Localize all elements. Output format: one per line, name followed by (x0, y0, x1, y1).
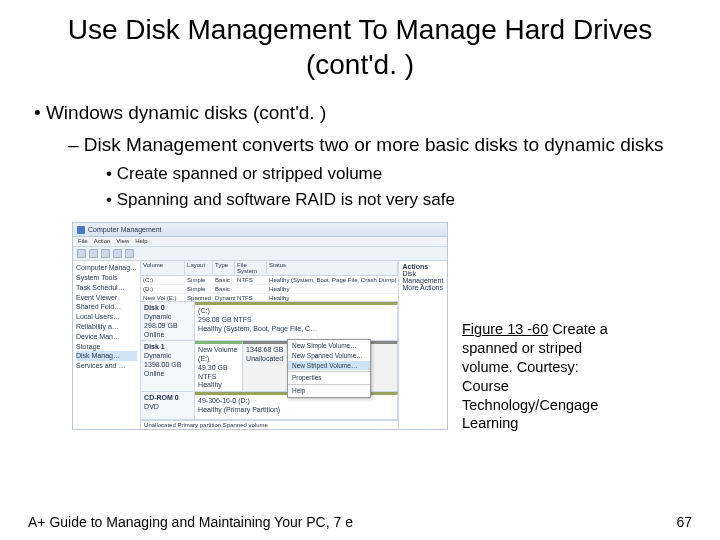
tree-node[interactable]: Services and … (76, 361, 137, 371)
tree-node[interactable]: Reliability a… (76, 322, 137, 332)
tree-node[interactable]: System Tools (76, 273, 137, 283)
table-row[interactable]: (D:) Simple Basic Healthy (141, 285, 398, 294)
tree-node[interactable]: Event Viewer (76, 293, 137, 303)
toolbar-icon[interactable] (77, 249, 86, 258)
menu-item[interactable]: Action (94, 238, 111, 245)
table-row[interactable]: (C:) Simple Basic NTFS Healthy (System, … (141, 276, 398, 285)
toolbar-icon[interactable] (113, 249, 122, 258)
menu-item[interactable]: File (78, 238, 88, 245)
slide-title: Use Disk Management To Manage Hard Drive… (28, 12, 692, 82)
figure-area: Computer Management File Action View Hel… (28, 222, 692, 433)
toolbar-icon[interactable] (89, 249, 98, 258)
menu-item[interactable]: Help (288, 386, 370, 396)
legend: Unallocated Primary partition Spanned vo… (141, 420, 398, 429)
menu-item[interactable]: Properties (288, 373, 370, 383)
bullet-lvl1: Windows dynamic disks (cont'd. ) (34, 100, 692, 126)
volume-list: Volume Layout Type File System Status (C… (141, 261, 398, 302)
menu-separator (288, 371, 370, 372)
bullet-list: Windows dynamic disks (cont'd. ) Disk Ma… (28, 100, 692, 212)
disk-label[interactable]: CD-ROM 0 DVD (141, 392, 195, 419)
table-row[interactable]: New Vol (E:) Spanned Dynamic NTFS Health… (141, 294, 398, 302)
bullet-lvl3: Spanning and software RAID is not very s… (106, 189, 692, 212)
disk-label[interactable]: Disk 0 Dynamic 298.09 GB Online (141, 302, 195, 340)
col[interactable]: Type (213, 261, 235, 275)
window-body: Computer Manag… System Tools Task Schedu… (73, 261, 447, 429)
menu-bar: File Action View Help (73, 237, 447, 247)
menu-item[interactable]: View (116, 238, 129, 245)
actions-pane: Actions Disk Management More Actions (398, 261, 447, 429)
tree-node[interactable]: Shared Fold… (76, 302, 137, 312)
disk-block: Disk 0 Dynamic 298.09 GB Online (C:) 298… (141, 302, 398, 341)
bullet-lvl2: Disk Management converts two or more bas… (68, 132, 692, 158)
partition[interactable]: New Volume (E:) 49.30 GB NTFS Healthy (195, 341, 243, 391)
col[interactable]: File System (235, 261, 267, 275)
nav-tree: Computer Manag… System Tools Task Schedu… (73, 261, 141, 429)
bullet-lvl3: Create spanned or stripped volume (106, 163, 692, 186)
slide: Use Disk Management To Manage Hard Drive… (0, 0, 720, 540)
menu-item-hover[interactable]: New Striped Volume… (288, 361, 370, 371)
actions-title: Actions (402, 263, 444, 270)
col[interactable]: Layout (185, 261, 213, 275)
tree-node[interactable]: Computer Manag… (76, 263, 137, 273)
col[interactable]: Volume (141, 261, 185, 275)
actions-item[interactable]: More Actions (402, 284, 444, 291)
page-number: 67 (676, 514, 692, 530)
tree-node[interactable]: Task Schedul… (76, 283, 137, 293)
tree-node-selected[interactable]: Disk Manag… (76, 351, 137, 361)
figure-caption: Figure 13 -60 Create a spanned or stripe… (462, 222, 624, 433)
context-menu: New Simple Volume… New Spanned Volume… N… (287, 339, 371, 398)
figure-text: Create a spanned or striped volume. Cour… (462, 321, 608, 431)
toolbar-icon[interactable] (125, 249, 134, 258)
col[interactable]: Status (267, 261, 398, 275)
column-headers: Volume Layout Type File System Status (141, 261, 398, 276)
toolbar-icon[interactable] (101, 249, 110, 258)
actions-item[interactable]: Disk Management (402, 270, 444, 284)
menu-item[interactable]: Help (135, 238, 147, 245)
footer-text: A+ Guide to Managing and Maintaining You… (28, 514, 353, 530)
app-icon (77, 226, 85, 234)
menu-item[interactable]: New Simple Volume… (288, 341, 370, 351)
partition[interactable]: (C:) 298.08 GB NTFS Healthy (System, Boo… (195, 302, 398, 340)
disk-label[interactable]: Disk 1 Dynamic 1398.00 GB Online (141, 341, 195, 391)
tree-node[interactable]: Local Users… (76, 312, 137, 322)
figure-number: Figure 13 -60 (462, 321, 548, 337)
menu-item[interactable]: New Spanned Volume… (288, 351, 370, 361)
window-titlebar: Computer Management (73, 223, 447, 237)
screenshot-disk-management: Computer Management File Action View Hel… (72, 222, 448, 430)
toolbar (73, 247, 447, 261)
tree-node[interactable]: Device Man… (76, 332, 137, 342)
menu-separator (288, 384, 370, 385)
tree-node[interactable]: Storage (76, 342, 137, 352)
window-title: Computer Management (88, 226, 162, 233)
